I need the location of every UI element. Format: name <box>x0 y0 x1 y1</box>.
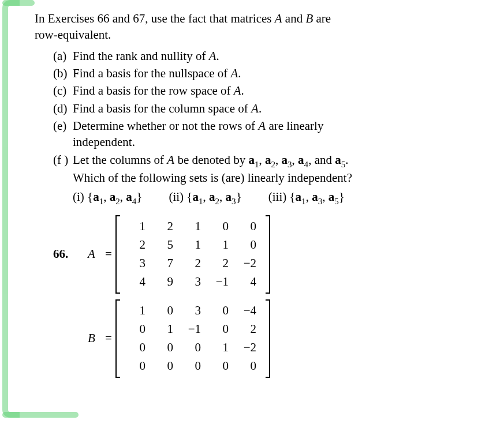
set-iii-c2: , <box>322 190 328 204</box>
matrix-cell: 3 <box>179 305 207 317</box>
matrix-cell: 0 <box>234 220 262 232</box>
set-ii-a2: a <box>209 190 215 204</box>
set-iii: (iii) {a1, a3, a5} <box>268 190 345 206</box>
part-f-s5: 5 <box>341 160 346 169</box>
part-c-label: (c) <box>53 82 73 99</box>
matrix-B-label: B <box>88 331 102 346</box>
intro-and: and <box>282 12 306 25</box>
matrix-cell: 4 <box>234 276 262 288</box>
part-f-c1: , <box>259 153 265 167</box>
matrix-B-grid: 1030−401−1020001−200000 <box>121 299 264 378</box>
set-iii-c1: , <box>306 190 312 204</box>
part-f-label: (f ) <box>53 152 73 186</box>
intro-end: are <box>313 12 331 25</box>
intro-text: In Exercises 66 and 67, use the fact tha… <box>35 12 275 25</box>
matrix-cell: 0 <box>151 342 179 354</box>
part-a-label: (a) <box>53 48 73 64</box>
matrix-A-grid: 12100251103722−2493−14 <box>121 215 264 294</box>
matrix-cell: 0 <box>234 360 262 372</box>
part-a-ital: A <box>209 49 216 63</box>
matrix-cell: 1 <box>179 239 207 251</box>
part-f-dot: . <box>345 153 348 167</box>
bracket-left-icon <box>115 299 121 378</box>
part-e-line2: independent. <box>73 135 135 149</box>
part-f: (f ) Let the columns of A be denoted by … <box>53 152 481 186</box>
set-iii-a3: a <box>328 190 335 204</box>
matrix-cell: −2 <box>234 342 262 354</box>
matrix-cell: 0 <box>207 305 234 317</box>
sets-row: (i) {a1, a2, a4} (ii) {a1, a2, a3} (iii)… <box>35 190 481 206</box>
part-f-text: Let the columns of A be denoted by a1, a… <box>73 152 481 186</box>
intro-A: A <box>275 12 282 25</box>
part-f-pre: Let the columns of <box>73 153 167 167</box>
matrix-cell: 0 <box>151 305 179 317</box>
matrix-cell: 1 <box>124 220 151 232</box>
set-ii-open: { <box>184 190 192 204</box>
matrix-cell: 7 <box>151 257 179 269</box>
set-i-a2: a <box>110 190 116 204</box>
part-f-s1: 1 <box>255 160 259 169</box>
matrix-cell: 0 <box>234 239 262 251</box>
set-iii-label: (iii) <box>268 190 287 204</box>
bracket-right-icon <box>264 215 270 294</box>
set-ii-label: (ii) <box>169 190 184 204</box>
matrix-cell: 4 <box>124 276 151 288</box>
part-f-s3: 3 <box>288 160 292 169</box>
matrix-cell: 3 <box>179 276 207 288</box>
part-b-label: (b) <box>53 65 73 81</box>
set-i-label: (i) <box>73 190 84 204</box>
bracket-left-icon <box>115 215 121 294</box>
part-d-post: . <box>259 102 262 115</box>
set-i-s2: 2 <box>115 197 120 206</box>
part-e-ital: A <box>258 119 266 133</box>
matrix-B: 1030−401−1020001−200000 <box>115 299 270 378</box>
part-f-a2: a <box>265 153 271 167</box>
matrix-cell: 9 <box>151 276 179 288</box>
set-ii-c2: , <box>219 190 226 204</box>
part-b-ital: A <box>231 66 238 80</box>
set-ii-c1: , <box>203 190 210 204</box>
matrix-cell: 2 <box>234 323 262 335</box>
problem-number: 66. <box>53 247 88 261</box>
matrix-cell: 2 <box>124 239 151 251</box>
set-ii-s1: 1 <box>199 197 203 206</box>
set-ii: (ii) {a1, a2, a3} <box>169 190 241 206</box>
set-i-a3: a <box>126 190 132 204</box>
matrix-cell: 0 <box>151 360 179 372</box>
part-f-c4: , and <box>308 153 335 167</box>
part-d-ital: A <box>251 102 259 115</box>
part-d-pre: Find a basis for the column space of <box>73 102 251 115</box>
part-f-line2: Which of the following sets is (are) lin… <box>73 171 352 185</box>
part-b-text: Find a basis for the nullspace of A. <box>73 65 481 81</box>
part-a-text: Find the rank and nullity of A. <box>73 48 481 64</box>
matrix-cell: 1 <box>124 305 151 317</box>
highlight-bottom <box>2 412 79 418</box>
part-d-label: (d) <box>53 100 73 117</box>
part-f-a4: a <box>298 153 304 167</box>
set-i-s1: 1 <box>99 197 104 206</box>
part-d: (d) Find a basis for the column space of… <box>53 100 481 117</box>
part-a-post: . <box>216 49 219 63</box>
matrix-cell: 2 <box>151 220 179 232</box>
parts-list: (a) Find the rank and nullity of A. (b) … <box>35 48 481 186</box>
matrix-cell: 0 <box>179 360 207 372</box>
matrix-B-row: B = 1030−401−1020001−200000 <box>53 299 481 378</box>
intro-line2: row-equivalent. <box>35 28 111 42</box>
matrix-cell: 2 <box>207 257 234 269</box>
set-ii-s2: 2 <box>215 197 220 206</box>
set-iii-s3: 5 <box>334 197 339 206</box>
part-f-c3: , <box>292 153 298 167</box>
matrix-cell: 0 <box>124 342 151 354</box>
matrix-cell: 0 <box>207 323 234 335</box>
set-iii-a2: a <box>312 190 318 204</box>
part-e-post: are linearly <box>268 119 323 133</box>
matrix-cell: −4 <box>234 305 262 317</box>
part-f-s2: 2 <box>271 160 275 169</box>
problem-66: 66. A = 12100251103722−2493−14 B = 1030−… <box>35 215 481 378</box>
matrix-cell: 0 <box>124 360 151 372</box>
matrix-A-row: 66. A = 12100251103722−2493−14 <box>53 215 481 294</box>
part-e: (e) Determine whether or not the rows of… <box>53 118 481 151</box>
part-f-a1: a <box>248 153 255 167</box>
matrix-cell: 1 <box>179 220 207 232</box>
part-f-ital: A <box>167 153 174 167</box>
